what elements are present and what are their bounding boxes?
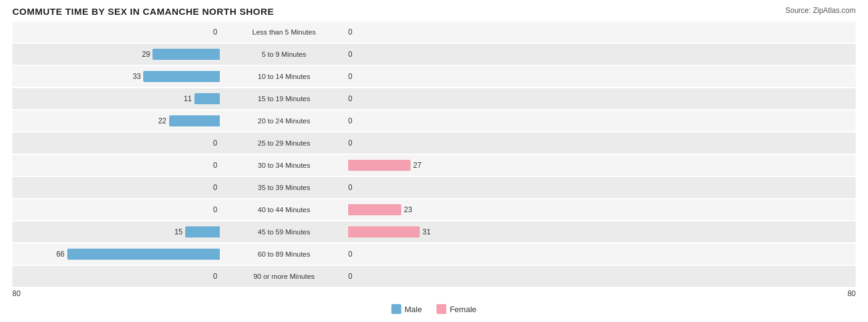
table-row: 0 90 or more Minutes 0 xyxy=(12,266,856,287)
right-section: 0 xyxy=(346,71,556,82)
left-section: 0 xyxy=(12,204,222,215)
source-text: Source: ZipAtlas.com xyxy=(785,6,856,15)
right-value: 31 xyxy=(422,228,437,236)
left-bar-container xyxy=(12,27,202,38)
left-value: 29 xyxy=(135,50,150,59)
left-section: 11 xyxy=(12,93,222,104)
left-value: 66 xyxy=(50,250,65,258)
left-section: 0 xyxy=(12,138,222,149)
left-value: 0 xyxy=(202,183,217,192)
table-row: 0 30 to 34 Minutes 27 xyxy=(12,155,856,176)
right-section: 0 xyxy=(346,27,556,38)
left-section: 22 xyxy=(12,115,222,126)
left-value: 0 xyxy=(202,272,217,281)
left-section: 66 xyxy=(12,249,222,260)
right-section: 0 xyxy=(346,115,556,126)
row-label: 40 to 44 Minutes xyxy=(222,206,346,213)
legend-row: Male Female xyxy=(12,304,856,314)
table-row: 0 Less than 5 Minutes 0 xyxy=(12,22,856,43)
right-bar-container: 23 xyxy=(348,204,556,215)
right-bar-container xyxy=(365,138,556,149)
table-row: 0 40 to 44 Minutes 23 xyxy=(12,199,856,220)
male-bar xyxy=(152,49,220,60)
legend-male: Male xyxy=(391,304,422,314)
row-label: 15 to 19 Minutes xyxy=(222,95,346,102)
left-value: 0 xyxy=(202,28,217,36)
right-section: 0 xyxy=(346,249,556,260)
left-bar-container xyxy=(12,138,202,149)
male-bar xyxy=(143,71,220,82)
legend-female-box xyxy=(436,304,446,314)
row-label: 10 to 14 Minutes xyxy=(222,73,346,80)
right-bar-container: 31 xyxy=(348,226,556,237)
left-value: 15 xyxy=(168,228,183,236)
right-bar-container xyxy=(365,93,556,104)
right-value: 0 xyxy=(348,72,363,81)
table-row: 0 25 to 29 Minutes 0 xyxy=(12,133,856,154)
row-label: Less than 5 Minutes xyxy=(222,28,346,36)
left-bar-container xyxy=(12,271,202,282)
male-bar xyxy=(185,226,220,237)
right-section: 0 xyxy=(346,49,556,60)
female-bar xyxy=(348,226,420,237)
legend-female: Female xyxy=(436,304,476,314)
table-row: 29 5 to 9 Minutes 0 xyxy=(12,44,856,65)
right-bar-container xyxy=(365,49,556,60)
table-row: 33 10 to 14 Minutes 0 xyxy=(12,66,856,87)
row-label: 5 to 9 Minutes xyxy=(222,51,346,58)
table-row: 11 15 to 19 Minutes 0 xyxy=(12,88,856,109)
right-section: 27 xyxy=(346,160,556,171)
axis-right: 80 xyxy=(848,289,856,298)
row-label: 20 to 24 Minutes xyxy=(222,117,346,125)
right-value: 23 xyxy=(404,205,419,214)
right-value: 0 xyxy=(348,183,363,192)
left-value: 22 xyxy=(152,117,167,125)
right-value: 0 xyxy=(348,117,363,125)
right-section: 0 xyxy=(346,93,556,104)
right-bar-container xyxy=(365,182,556,193)
right-bar-container xyxy=(365,71,556,82)
right-value: 0 xyxy=(348,28,363,36)
legend-female-label: Female xyxy=(449,305,476,314)
chart-title: COMMUTE TIME BY SEX IN CAMANCHE NORTH SH… xyxy=(12,6,274,17)
row-label: 90 or more Minutes xyxy=(222,273,346,280)
right-value: 0 xyxy=(348,250,363,258)
left-section: 0 xyxy=(12,182,222,193)
right-value: 0 xyxy=(348,272,363,281)
left-bar-container xyxy=(12,160,202,171)
left-section: 0 xyxy=(12,271,222,282)
male-bar xyxy=(67,249,220,260)
left-bar-container: 15 xyxy=(12,226,220,237)
right-bar-container xyxy=(365,271,556,282)
left-section: 0 xyxy=(12,27,222,38)
female-bar xyxy=(348,204,401,215)
right-section: 31 xyxy=(346,226,556,237)
row-label: 25 to 29 Minutes xyxy=(222,139,346,147)
legend-male-box xyxy=(391,304,401,314)
axis-row: 80 80 xyxy=(12,289,856,298)
right-value: 0 xyxy=(348,94,363,103)
left-bar-container: 11 xyxy=(12,93,220,104)
row-label: 45 to 59 Minutes xyxy=(222,228,346,236)
right-value: 0 xyxy=(348,139,363,147)
left-bar-container: 29 xyxy=(12,49,220,60)
row-label: 30 to 34 Minutes xyxy=(222,162,346,169)
row-label: 60 to 89 Minutes xyxy=(222,250,346,258)
left-section: 15 xyxy=(12,226,222,237)
male-bar xyxy=(169,115,220,126)
axis-left: 80 xyxy=(12,289,20,298)
row-label: 35 to 39 Minutes xyxy=(222,184,346,191)
left-bar-container xyxy=(12,182,202,193)
left-value: 0 xyxy=(202,161,217,170)
left-value: 0 xyxy=(202,205,217,214)
left-bar-container: 22 xyxy=(12,115,220,126)
table-row: 15 45 to 59 Minutes 31 xyxy=(12,221,856,242)
left-bar-container: 33 xyxy=(12,71,220,82)
right-bar-container xyxy=(365,249,556,260)
left-value: 33 xyxy=(126,72,141,81)
left-section: 33 xyxy=(12,71,222,82)
left-section: 29 xyxy=(12,49,222,60)
right-section: 0 xyxy=(346,138,556,149)
table-row: 66 60 to 89 Minutes 0 xyxy=(12,244,856,265)
right-section: 0 xyxy=(346,182,556,193)
